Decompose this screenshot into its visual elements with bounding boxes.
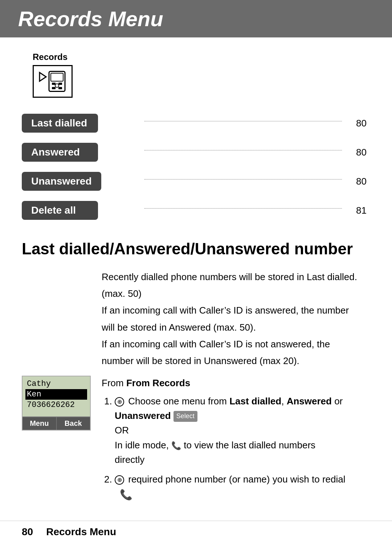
- menu-page-unanswered: 80: [348, 167, 370, 196]
- menu-btn-last-dialled[interactable]: Last dialled: [22, 114, 98, 133]
- dots-line-4: [144, 208, 342, 209]
- menu-page-last-dialled: 80: [348, 109, 370, 138]
- phone-row-ken: Ken: [25, 389, 87, 400]
- page-header: Records Menu: [0, 0, 392, 37]
- instructions-list: ⊕ Choose one menu from Last dialled, Ans…: [102, 394, 370, 502]
- phone-mockup: Cathy Ken 7036626262 Menu Back: [22, 376, 91, 431]
- menu-page-answered: 80: [348, 138, 370, 167]
- description-block: Recently dialled phone numbers will be s…: [102, 270, 370, 368]
- svg-point-3: [55, 84, 59, 88]
- page-footer: 80 Records Menu: [0, 521, 392, 545]
- desc-line1: Recently dialled phone numbers will be s…: [102, 270, 370, 284]
- svg-rect-6: [52, 87, 56, 89]
- footer-page-number: 80: [22, 526, 33, 538]
- desc-line4: will be stored in Answered (max. 50).: [102, 320, 370, 335]
- svg-rect-5: [58, 83, 62, 85]
- phone-bottom-buttons: Menu Back: [23, 416, 90, 430]
- select-icon: Select: [173, 411, 197, 422]
- instruction-step-2: ⊕ required phone number (or name) you wi…: [115, 472, 370, 502]
- menu-page-delete-all: 81: [348, 196, 370, 225]
- menu-btn-delete-all[interactable]: Delete all: [22, 201, 98, 220]
- from-records-bold: From Records: [126, 378, 190, 388]
- menu-btn-unanswered[interactable]: Unanswered: [22, 172, 101, 191]
- last-dialled-bold: Last dialled: [229, 396, 281, 407]
- redial-icon: 📞: [171, 441, 181, 450]
- dots-line: [144, 121, 342, 121]
- desc-line3: If an incoming call with Caller’s ID is …: [102, 303, 370, 318]
- nav-circle-icon-2: ⊕: [115, 475, 124, 485]
- menu-row-unanswered: Unanswered 80: [22, 167, 370, 196]
- dots-line-2: [144, 150, 342, 150]
- menu-row-delete-all: Delete all 81: [22, 196, 370, 225]
- call-icon: 📞: [120, 489, 132, 500]
- phone-menu-button[interactable]: Menu: [23, 417, 57, 430]
- desc-line2: (max. 50): [102, 286, 370, 301]
- main-content: Records Last dialled: [0, 37, 392, 529]
- svg-marker-0: [40, 73, 46, 81]
- records-svg-icon: [38, 69, 67, 94]
- svg-rect-4: [52, 83, 56, 85]
- desc-line5: If an incoming call with Caller’s ID is …: [102, 337, 370, 351]
- svg-rect-7: [58, 87, 62, 89]
- menu-table: Last dialled 80 Answered 80 Unanswered: [22, 109, 370, 225]
- instructions-block: From From Records ⊕ Choose one menu from…: [102, 376, 370, 508]
- from-records-label: From From Records: [102, 376, 370, 390]
- menu-btn-answered[interactable]: Answered: [22, 143, 98, 162]
- footer-title: Records Menu: [46, 526, 116, 538]
- desc-line6: number will be stored in Unanswered (max…: [102, 354, 370, 368]
- svg-rect-2: [51, 73, 63, 81]
- phone-row-cathy: Cathy: [25, 379, 87, 389]
- section-heading: Last dialled/Answered/Unanswered number: [22, 239, 370, 259]
- records-icon: [33, 65, 73, 98]
- menu-row-last-dialled: Last dialled 80: [22, 109, 370, 138]
- instruction-step-1: ⊕ Choose one menu from Last dialled, Ans…: [115, 394, 370, 467]
- phone-screen: Cathy Ken 7036626262: [23, 376, 90, 416]
- unanswered-bold: Unanswered: [115, 410, 171, 421]
- phone-back-button[interactable]: Back: [57, 417, 90, 430]
- page-title: Records Menu: [18, 7, 374, 31]
- phone-row-number: 7036626262: [25, 400, 87, 410]
- records-label: Records: [33, 52, 370, 62]
- nav-circle-icon: ⊕: [115, 397, 124, 407]
- phone-instructions-row: Cathy Ken 7036626262 Menu Back From From…: [22, 376, 370, 508]
- answered-bold: Answered: [287, 396, 332, 407]
- dots-line-3: [144, 179, 342, 179]
- records-section: Records: [22, 52, 370, 98]
- menu-row-answered: Answered 80: [22, 138, 370, 167]
